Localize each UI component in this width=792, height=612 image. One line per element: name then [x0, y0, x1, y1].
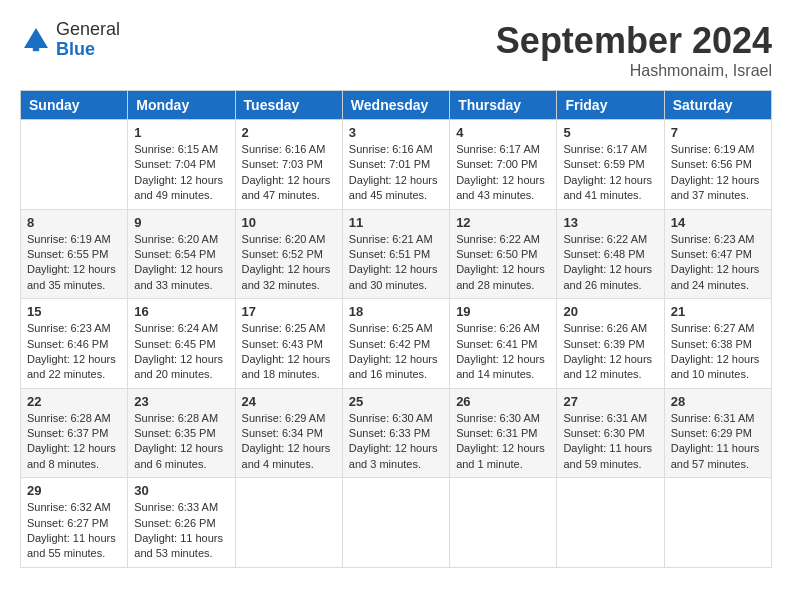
calendar-cell: 11Sunrise: 6:21 AMSunset: 6:51 PMDayligh… [342, 209, 449, 299]
day-info: Sunrise: 6:15 AMSunset: 7:04 PMDaylight:… [134, 142, 228, 204]
calendar-cell: 1Sunrise: 6:15 AMSunset: 7:04 PMDaylight… [128, 120, 235, 210]
calendar-cell: 15Sunrise: 6:23 AMSunset: 6:46 PMDayligh… [21, 299, 128, 389]
day-info: Sunrise: 6:27 AMSunset: 6:38 PMDaylight:… [671, 321, 765, 383]
weekday-header: Thursday [450, 91, 557, 120]
day-number: 30 [134, 483, 228, 498]
day-info: Sunrise: 6:26 AMSunset: 6:41 PMDaylight:… [456, 321, 550, 383]
day-number: 3 [349, 125, 443, 140]
calendar-cell: 20Sunrise: 6:26 AMSunset: 6:39 PMDayligh… [557, 299, 664, 389]
calendar-week-row: 22Sunrise: 6:28 AMSunset: 6:37 PMDayligh… [21, 388, 772, 478]
calendar-cell: 10Sunrise: 6:20 AMSunset: 6:52 PMDayligh… [235, 209, 342, 299]
day-number: 20 [563, 304, 657, 319]
day-info: Sunrise: 6:19 AMSunset: 6:56 PMDaylight:… [671, 142, 765, 204]
day-info: Sunrise: 6:29 AMSunset: 6:34 PMDaylight:… [242, 411, 336, 473]
logo-blue: Blue [56, 40, 120, 60]
calendar-cell [664, 478, 771, 568]
calendar-cell: 3Sunrise: 6:16 AMSunset: 7:01 PMDaylight… [342, 120, 449, 210]
weekday-header: Monday [128, 91, 235, 120]
calendar-week-row: 8Sunrise: 6:19 AMSunset: 6:55 PMDaylight… [21, 209, 772, 299]
calendar-week-row: 15Sunrise: 6:23 AMSunset: 6:46 PMDayligh… [21, 299, 772, 389]
day-number: 23 [134, 394, 228, 409]
title-area: September 2024 Hashmonaim, Israel [496, 20, 772, 80]
day-number: 16 [134, 304, 228, 319]
day-number: 22 [27, 394, 121, 409]
day-info: Sunrise: 6:20 AMSunset: 6:54 PMDaylight:… [134, 232, 228, 294]
calendar-cell: 22Sunrise: 6:28 AMSunset: 6:37 PMDayligh… [21, 388, 128, 478]
day-info: Sunrise: 6:22 AMSunset: 6:50 PMDaylight:… [456, 232, 550, 294]
day-info: Sunrise: 6:17 AMSunset: 6:59 PMDaylight:… [563, 142, 657, 204]
day-info: Sunrise: 6:28 AMSunset: 6:37 PMDaylight:… [27, 411, 121, 473]
day-number: 17 [242, 304, 336, 319]
day-info: Sunrise: 6:33 AMSunset: 6:26 PMDaylight:… [134, 500, 228, 562]
day-number: 2 [242, 125, 336, 140]
day-number: 7 [671, 125, 765, 140]
calendar-cell: 21Sunrise: 6:27 AMSunset: 6:38 PMDayligh… [664, 299, 771, 389]
day-info: Sunrise: 6:19 AMSunset: 6:55 PMDaylight:… [27, 232, 121, 294]
day-info: Sunrise: 6:24 AMSunset: 6:45 PMDaylight:… [134, 321, 228, 383]
calendar-cell: 27Sunrise: 6:31 AMSunset: 6:30 PMDayligh… [557, 388, 664, 478]
day-info: Sunrise: 6:25 AMSunset: 6:43 PMDaylight:… [242, 321, 336, 383]
location-title: Hashmonaim, Israel [496, 62, 772, 80]
day-info: Sunrise: 6:20 AMSunset: 6:52 PMDaylight:… [242, 232, 336, 294]
calendar-cell: 7Sunrise: 6:19 AMSunset: 6:56 PMDaylight… [664, 120, 771, 210]
calendar-cell: 28Sunrise: 6:31 AMSunset: 6:29 PMDayligh… [664, 388, 771, 478]
day-info: Sunrise: 6:23 AMSunset: 6:47 PMDaylight:… [671, 232, 765, 294]
day-info: Sunrise: 6:32 AMSunset: 6:27 PMDaylight:… [27, 500, 121, 562]
calendar-cell [342, 478, 449, 568]
day-number: 28 [671, 394, 765, 409]
day-info: Sunrise: 6:21 AMSunset: 6:51 PMDaylight:… [349, 232, 443, 294]
day-number: 27 [563, 394, 657, 409]
day-number: 21 [671, 304, 765, 319]
day-number: 18 [349, 304, 443, 319]
day-info: Sunrise: 6:30 AMSunset: 6:31 PMDaylight:… [456, 411, 550, 473]
weekday-header: Saturday [664, 91, 771, 120]
day-number: 19 [456, 304, 550, 319]
svg-marker-0 [24, 28, 48, 48]
calendar-cell: 12Sunrise: 6:22 AMSunset: 6:50 PMDayligh… [450, 209, 557, 299]
day-number: 8 [27, 215, 121, 230]
calendar-cell: 5Sunrise: 6:17 AMSunset: 6:59 PMDaylight… [557, 120, 664, 210]
day-number: 14 [671, 215, 765, 230]
calendar-cell: 2Sunrise: 6:16 AMSunset: 7:03 PMDaylight… [235, 120, 342, 210]
day-number: 15 [27, 304, 121, 319]
calendar-cell: 4Sunrise: 6:17 AMSunset: 7:00 PMDaylight… [450, 120, 557, 210]
day-info: Sunrise: 6:30 AMSunset: 6:33 PMDaylight:… [349, 411, 443, 473]
day-number: 24 [242, 394, 336, 409]
day-info: Sunrise: 6:16 AMSunset: 7:03 PMDaylight:… [242, 142, 336, 204]
logo-icon [20, 24, 52, 56]
calendar-cell: 9Sunrise: 6:20 AMSunset: 6:54 PMDaylight… [128, 209, 235, 299]
day-number: 13 [563, 215, 657, 230]
page-header: General Blue September 2024 Hashmonaim, … [20, 20, 772, 80]
weekday-header: Tuesday [235, 91, 342, 120]
day-info: Sunrise: 6:31 AMSunset: 6:30 PMDaylight:… [563, 411, 657, 473]
calendar-week-row: 29Sunrise: 6:32 AMSunset: 6:27 PMDayligh… [21, 478, 772, 568]
day-number: 1 [134, 125, 228, 140]
calendar-cell [21, 120, 128, 210]
day-number: 5 [563, 125, 657, 140]
day-info: Sunrise: 6:25 AMSunset: 6:42 PMDaylight:… [349, 321, 443, 383]
weekday-header: Wednesday [342, 91, 449, 120]
day-info: Sunrise: 6:17 AMSunset: 7:00 PMDaylight:… [456, 142, 550, 204]
calendar-cell: 13Sunrise: 6:22 AMSunset: 6:48 PMDayligh… [557, 209, 664, 299]
logo-general: General [56, 20, 120, 40]
weekday-header: Sunday [21, 91, 128, 120]
day-number: 12 [456, 215, 550, 230]
calendar-cell: 29Sunrise: 6:32 AMSunset: 6:27 PMDayligh… [21, 478, 128, 568]
month-title: September 2024 [496, 20, 772, 62]
calendar-cell: 18Sunrise: 6:25 AMSunset: 6:42 PMDayligh… [342, 299, 449, 389]
calendar-cell: 24Sunrise: 6:29 AMSunset: 6:34 PMDayligh… [235, 388, 342, 478]
day-info: Sunrise: 6:16 AMSunset: 7:01 PMDaylight:… [349, 142, 443, 204]
day-number: 10 [242, 215, 336, 230]
day-info: Sunrise: 6:22 AMSunset: 6:48 PMDaylight:… [563, 232, 657, 294]
calendar-cell: 26Sunrise: 6:30 AMSunset: 6:31 PMDayligh… [450, 388, 557, 478]
calendar-cell: 30Sunrise: 6:33 AMSunset: 6:26 PMDayligh… [128, 478, 235, 568]
calendar-cell: 8Sunrise: 6:19 AMSunset: 6:55 PMDaylight… [21, 209, 128, 299]
calendar-cell: 19Sunrise: 6:26 AMSunset: 6:41 PMDayligh… [450, 299, 557, 389]
day-number: 29 [27, 483, 121, 498]
logo-text: General Blue [56, 20, 120, 60]
day-number: 26 [456, 394, 550, 409]
calendar-cell: 16Sunrise: 6:24 AMSunset: 6:45 PMDayligh… [128, 299, 235, 389]
calendar-cell: 25Sunrise: 6:30 AMSunset: 6:33 PMDayligh… [342, 388, 449, 478]
svg-rect-1 [33, 46, 39, 51]
day-info: Sunrise: 6:23 AMSunset: 6:46 PMDaylight:… [27, 321, 121, 383]
